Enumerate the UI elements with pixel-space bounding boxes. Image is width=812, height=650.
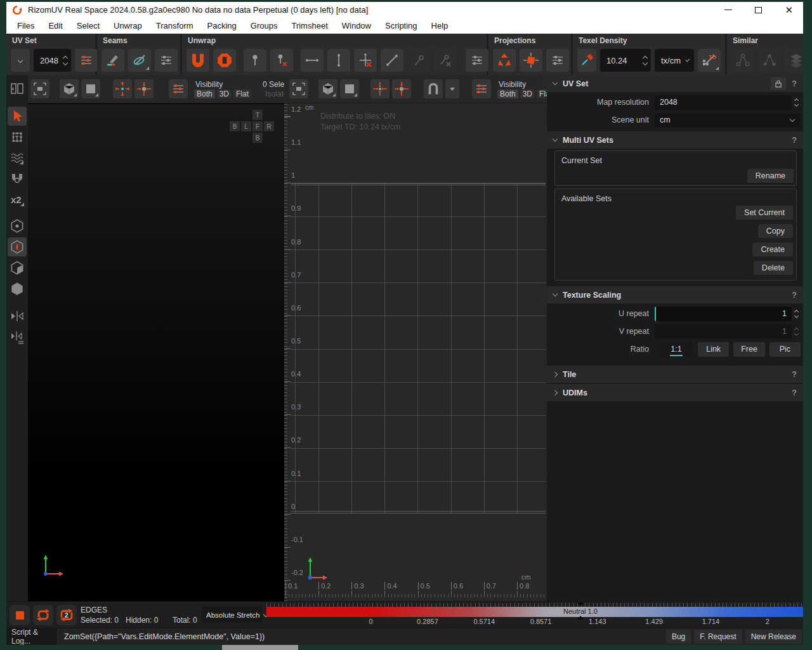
uv-mode-flat[interactable]: Flat xyxy=(537,90,547,98)
symmetry-button[interactable] xyxy=(8,307,27,326)
ratio-pic-button[interactable]: Pic xyxy=(769,342,801,357)
stretch-gradient-widget[interactable]: Neutral 1.0 00.28570.57140.85711.1431.42… xyxy=(266,602,803,628)
viewcube-bottom[interactable]: B xyxy=(252,133,263,143)
section-udims[interactable]: UDIMs ? xyxy=(547,384,803,401)
uvset-options-button[interactable] xyxy=(75,49,98,72)
help-button[interactable]: ? xyxy=(792,370,797,379)
v-repeat-spinner[interactable] xyxy=(792,328,801,335)
constrain-diagonal-button[interactable] xyxy=(381,49,403,72)
seams-stitch-button[interactable] xyxy=(128,49,151,72)
set-texel-density-button[interactable]: TD xyxy=(698,49,721,72)
ratio-free-button[interactable]: Free xyxy=(733,342,764,357)
polygon-mode-button[interactable] xyxy=(8,258,27,277)
brush-deform-tool-button[interactable] xyxy=(8,149,27,168)
viewport-uv-options-button[interactable] xyxy=(472,79,491,98)
background-mode-button[interactable] xyxy=(81,79,100,98)
uv-focus-all-button[interactable] xyxy=(392,79,411,98)
uv-focus-selection-button[interactable] xyxy=(370,79,390,98)
projection-box-button[interactable] xyxy=(520,49,542,72)
help-button[interactable]: ? xyxy=(792,79,797,88)
menu-item[interactable]: Files xyxy=(10,21,41,30)
viewcube-top[interactable]: T xyxy=(252,110,263,120)
symmetry-options-button[interactable] xyxy=(8,328,27,347)
snap-magnet-button[interactable] xyxy=(424,79,443,98)
unpin-button[interactable] xyxy=(270,49,293,72)
split-view-button[interactable] xyxy=(8,79,27,98)
menu-item[interactable]: Window xyxy=(335,21,378,30)
menu-item[interactable]: Select xyxy=(70,21,107,30)
v-repeat-input[interactable]: 1 xyxy=(655,324,792,339)
focus-selection-button[interactable] xyxy=(113,79,132,98)
section-multi-uv-sets[interactable]: Multi UV Sets ? xyxy=(547,131,803,149)
uv-mode-3d[interactable]: 3D xyxy=(520,90,535,98)
uvset-dropdown-button[interactable] xyxy=(11,49,30,72)
menu-item[interactable]: Trimsheet xyxy=(284,21,334,30)
menu-item[interactable]: Packing xyxy=(200,21,244,30)
rename-button[interactable]: Rename xyxy=(747,169,794,183)
snap-options-dropdown[interactable] xyxy=(445,79,459,98)
uv-shading-mode-button[interactable] xyxy=(318,79,337,98)
map-resolution-spinner[interactable] xyxy=(792,99,801,106)
constrain-horizontal-button[interactable] xyxy=(301,49,324,72)
menu-item[interactable]: Groups xyxy=(244,21,285,30)
remove-constraints-button[interactable] xyxy=(354,49,377,72)
set-current-button[interactable]: Set Current xyxy=(736,206,793,220)
menu-item[interactable]: Transform xyxy=(149,21,200,30)
section-texture-scaling[interactable]: Texture Scaling ? xyxy=(547,286,803,303)
u-repeat-spinner[interactable] xyxy=(792,310,801,317)
script-log-button[interactable]: Script & Log... xyxy=(6,628,57,645)
help-button[interactable]: ? xyxy=(792,291,797,300)
seams-options-button[interactable] xyxy=(155,49,178,72)
texel-picker-button[interactable] xyxy=(577,49,596,72)
double-tool-button[interactable]: x2 xyxy=(8,190,27,209)
gradient-bar[interactable] xyxy=(266,607,803,617)
ratio-1-1-button[interactable]: 1:1 xyxy=(659,342,693,357)
island-mode-button[interactable] xyxy=(8,279,27,298)
vertex-mode-button[interactable] xyxy=(8,216,27,235)
projections-options-button[interactable] xyxy=(546,49,569,72)
help-button[interactable]: ? xyxy=(792,136,797,145)
weld-tool-button[interactable] xyxy=(8,169,27,189)
texel-unit-dropdown[interactable]: tx/cm xyxy=(655,49,694,72)
bug-button[interactable]: Bug xyxy=(666,630,691,644)
minimize-button[interactable] xyxy=(724,10,732,10)
autofit-loop2-button[interactable]: 2 xyxy=(56,605,77,625)
viewcube-front[interactable]: F xyxy=(252,121,263,131)
focus-all-button[interactable] xyxy=(134,79,154,98)
unwrap-cut-button[interactable] xyxy=(213,49,236,72)
close-button[interactable]: ✕ xyxy=(785,7,793,13)
uvset-resolution-spinbox[interactable]: 2048 xyxy=(34,49,71,72)
menu-item[interactable]: Help xyxy=(424,21,455,30)
map-resolution-input[interactable]: 2048 xyxy=(655,95,792,110)
autofit-loop-button[interactable] xyxy=(33,605,53,625)
copy-button[interactable]: Copy xyxy=(758,224,793,238)
feature-request-button[interactable]: F. Request xyxy=(694,630,742,644)
menu-item[interactable]: Edit xyxy=(41,21,69,30)
help-button[interactable]: ? xyxy=(792,388,797,397)
section-tile[interactable]: Tile ? xyxy=(547,366,803,383)
viewport-3d-options-button[interactable] xyxy=(169,79,188,98)
uv-fit-view-button[interactable] xyxy=(289,79,308,98)
viewcube-right[interactable]: R xyxy=(264,121,274,131)
viewport-uv-canvas[interactable]: 1.21.110.90.80.70.60.50.40.30.20.10-0.1-… xyxy=(284,104,547,601)
projection-planar-button[interactable] xyxy=(493,49,516,72)
uv-mode-both[interactable]: Both xyxy=(497,90,518,98)
viewcube-left[interactable]: L xyxy=(241,121,251,131)
edge-mode-button[interactable] xyxy=(8,237,27,256)
texel-density-spinbox[interactable]: 10.24 xyxy=(600,49,651,72)
mode-both[interactable]: Both xyxy=(194,90,215,98)
delete-button[interactable]: Delete xyxy=(754,261,793,275)
seams-brush-button[interactable] xyxy=(102,49,124,72)
lock-button[interactable] xyxy=(771,77,786,90)
fit-view-button[interactable] xyxy=(30,79,49,98)
select-tool-button[interactable] xyxy=(8,107,27,126)
ratio-link-button[interactable]: Link xyxy=(698,342,729,357)
uv-background-mode-button[interactable] xyxy=(340,79,359,98)
new-release-button[interactable]: New Release xyxy=(745,630,802,644)
mode-flat[interactable]: Flat xyxy=(233,90,251,98)
unwrap-options-button[interactable] xyxy=(466,49,488,72)
mode-3d[interactable]: 3D xyxy=(217,90,232,98)
pin-button[interactable] xyxy=(244,49,266,72)
unwrap-button[interactable] xyxy=(187,49,209,72)
constrain-vertical-button[interactable] xyxy=(327,49,350,72)
